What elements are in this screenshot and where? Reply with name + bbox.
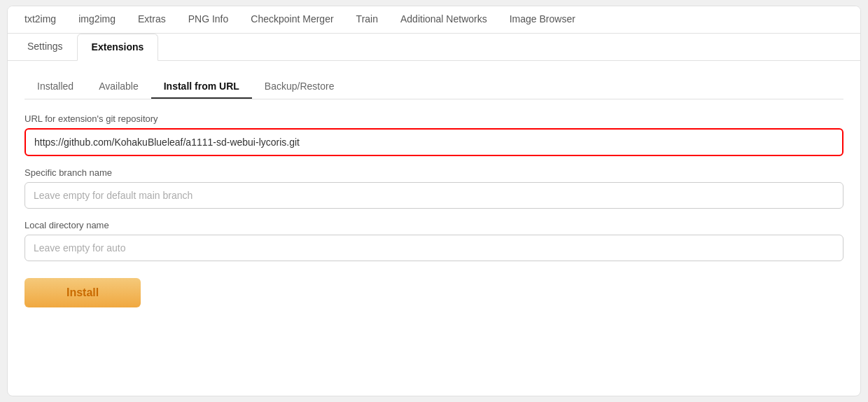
- url-label: URL for extension's git repository: [24, 113, 844, 124]
- tab-backup-restore[interactable]: Backup/Restore: [252, 75, 347, 99]
- directory-field-group: Local directory name: [24, 220, 844, 261]
- tab-installed[interactable]: Installed: [24, 75, 86, 99]
- tab-img2img[interactable]: img2img: [67, 6, 127, 33]
- url-field-group: URL for extension's git repository: [24, 113, 844, 156]
- branch-input[interactable]: [24, 182, 844, 209]
- branch-field-group: Specific branch name: [24, 167, 844, 209]
- directory-label: Local directory name: [24, 220, 844, 230]
- tab-extras[interactable]: Extras: [127, 6, 177, 33]
- url-input[interactable]: [24, 128, 844, 156]
- branch-label: Specific branch name: [24, 167, 844, 178]
- tab-checkpoint-merger[interactable]: Checkpoint Merger: [239, 6, 344, 33]
- tab-settings[interactable]: Settings: [13, 34, 77, 60]
- tab-txt2img[interactable]: txt2img: [13, 6, 67, 33]
- content-area: Installed Available Install from URL Bac…: [8, 61, 860, 321]
- tab-train[interactable]: Train: [345, 6, 389, 33]
- tab-extensions[interactable]: Extensions: [77, 34, 159, 61]
- inner-tabs: Installed Available Install from URL Bac…: [24, 75, 844, 99]
- second-navigation: Settings Extensions: [8, 34, 860, 61]
- tab-image-browser[interactable]: Image Browser: [498, 6, 587, 33]
- tab-install-from-url[interactable]: Install from URL: [151, 75, 252, 99]
- directory-input[interactable]: [24, 235, 844, 261]
- install-button[interactable]: Install: [24, 278, 141, 307]
- tab-available[interactable]: Available: [86, 75, 151, 99]
- tab-png-info[interactable]: PNG Info: [177, 6, 240, 33]
- tab-additional-networks[interactable]: Additional Networks: [389, 6, 498, 33]
- top-navigation: txt2img img2img Extras PNG Info Checkpoi…: [8, 6, 860, 34]
